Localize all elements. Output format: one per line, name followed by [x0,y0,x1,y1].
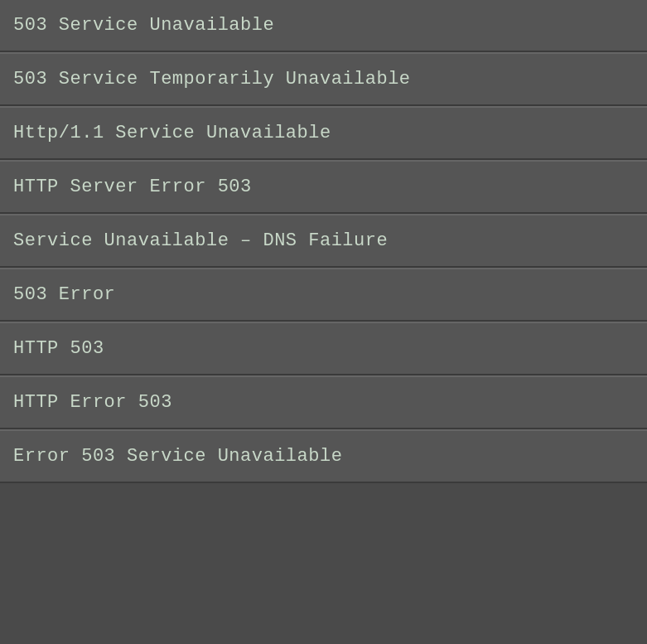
list-item[interactable]: 503 Service Unavailable [0,0,647,52]
item-label: Service Unavailable – DNS Failure [13,230,388,251]
list-item[interactable]: Http/1.1 Service Unavailable [0,106,647,160]
list-item[interactable]: HTTP Server Error 503 [0,160,647,214]
item-label: HTTP Server Error 503 [13,177,252,197]
list-item[interactable]: 503 Error [0,268,647,322]
list-item[interactable]: Service Unavailable – DNS Failure [0,214,647,268]
error-list: 503 Service Unavailable503 Service Tempo… [0,0,647,483]
list-item[interactable]: HTTP Error 503 [0,375,647,429]
item-label: 503 Service Temporarily Unavailable [13,69,411,90]
item-label: Error 503 Service Unavailable [13,446,342,467]
list-item[interactable]: 503 Service Temporarily Unavailable [0,52,647,106]
list-item[interactable]: Error 503 Service Unavailable [0,429,647,483]
item-label: 503 Service Unavailable [13,15,274,36]
item-label: Http/1.1 Service Unavailable [13,123,331,143]
list-item[interactable]: HTTP 503 [0,322,647,375]
item-label: HTTP Error 503 [13,392,172,413]
item-label: 503 Error [13,284,115,305]
item-label: HTTP 503 [13,338,104,359]
